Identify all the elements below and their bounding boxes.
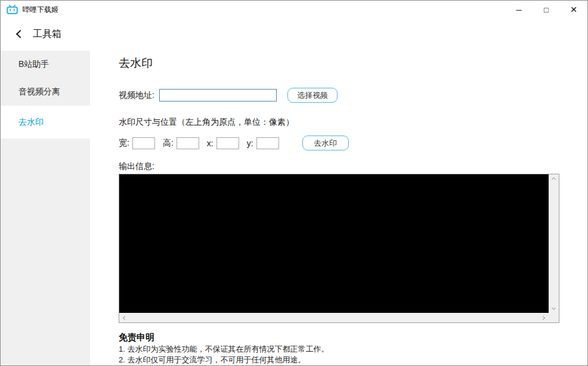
y-field: y:	[247, 137, 279, 149]
app-title: 哔哩下载姬	[23, 5, 58, 15]
video-address-row: 视频地址: 选择视频	[119, 88, 587, 103]
sidebar-item-label: 去水印	[18, 117, 44, 128]
output-info-label: 输出信息:	[119, 161, 587, 172]
bilibili-logo-icon	[7, 5, 18, 14]
minimize-icon: ─	[516, 5, 521, 14]
chevron-up-icon[interactable]	[552, 177, 556, 182]
x-field: x:	[207, 137, 239, 149]
disclaimer-line-1: 1. 去水印为实验性功能，不保证其在所有情况下都正常工作。	[119, 344, 587, 354]
vertical-scrollbar[interactable]	[549, 174, 559, 313]
sidebar-item-av-separation[interactable]: 音视频分离	[1, 78, 90, 106]
video-address-label: 视频地址:	[119, 90, 154, 101]
main-panel: 去水印 视频地址: 选择视频 水印尺寸与位置（左上角为原点，单位：像素） 宽: …	[90, 51, 587, 365]
toolbox-title: 工具箱	[33, 28, 61, 41]
width-input[interactable]	[132, 137, 155, 149]
chevron-left-icon[interactable]	[123, 315, 127, 319]
x-input[interactable]	[216, 137, 239, 149]
header: 工具箱	[1, 19, 61, 50]
x-label: x:	[207, 139, 213, 148]
chevron-right-icon[interactable]	[541, 315, 545, 319]
y-input[interactable]	[256, 137, 279, 149]
disclaimer-line-2: 2. 去水印仅可用于交流学习，不可用于任何其他用途。	[119, 355, 587, 365]
disclaimer-section: 免责申明 1. 去水印为实验性功能，不保证其在所有情况下都正常工作。 2. 去水…	[119, 332, 587, 366]
sidebar: B站助手 音视频分离 去水印	[1, 51, 90, 365]
width-label: 宽:	[119, 138, 129, 149]
close-icon: ×	[570, 3, 577, 16]
back-button[interactable]	[11, 26, 27, 42]
app-window: 哔哩下载姬 ─ □ × 工具箱 B站助手 音视频分离 去水印	[0, 0, 588, 366]
scrollbar-corner	[549, 313, 559, 322]
height-input[interactable]	[177, 137, 199, 149]
width-field: 宽:	[119, 137, 155, 149]
output-console	[119, 174, 559, 323]
sidebar-item-label: 音视频分离	[18, 87, 60, 97]
sidebar-item-bilibili-helper[interactable]: B站助手	[1, 51, 90, 78]
sidebar-item-label: B站助手	[18, 59, 49, 70]
y-label: y:	[247, 139, 253, 148]
sidebar-item-remove-watermark[interactable]: 去水印	[1, 106, 90, 139]
height-field: 高:	[163, 137, 199, 149]
minimize-button[interactable]: ─	[505, 1, 533, 19]
disclaimer-title: 免责申明	[119, 332, 587, 343]
watermark-dimensions-row: 宽: 高: x: y: 去水印	[119, 136, 587, 150]
height-label: 高:	[163, 138, 174, 149]
output-console-content	[119, 174, 549, 313]
titlebar: 哔哩下载姬 ─ □ ×	[1, 1, 587, 19]
select-video-button[interactable]: 选择视频	[287, 88, 338, 103]
video-address-input[interactable]	[159, 89, 277, 102]
horizontal-scrollbar[interactable]	[119, 313, 549, 322]
close-button[interactable]: ×	[560, 1, 587, 19]
maximize-button[interactable]: □	[533, 1, 560, 19]
watermark-position-label: 水印尺寸与位置（左上角为原点，单位：像素）	[119, 117, 587, 128]
maximize-icon: □	[544, 5, 549, 14]
chevron-down-icon[interactable]	[552, 306, 556, 310]
page-title: 去水印	[119, 56, 587, 71]
back-icon	[16, 30, 24, 38]
remove-watermark-button[interactable]: 去水印	[302, 136, 349, 150]
window-controls: ─ □ ×	[505, 1, 587, 19]
